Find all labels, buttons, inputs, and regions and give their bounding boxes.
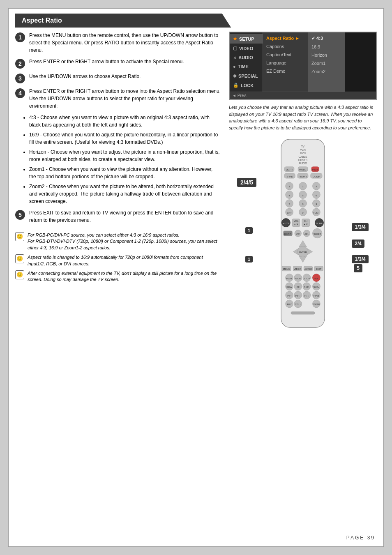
menu-special: ◆ SPECIAL xyxy=(230,71,263,81)
note-3: 🙂 After connecting external equipment to… xyxy=(15,270,221,283)
left-column: 1 Press the MENU button on the remote co… xyxy=(15,32,221,332)
svg-text:S-VID: S-VID xyxy=(286,175,293,178)
svg-text:LIGHT: LIGHT xyxy=(286,168,293,171)
page-number: PAGE 39 xyxy=(346,535,375,541)
menu-val-43: ✓ 4:3 xyxy=(308,34,345,43)
note-2-icon: 🙂 xyxy=(15,254,24,263)
svg-text:MENU: MENU xyxy=(283,268,290,270)
step-2-number: 2 xyxy=(15,59,25,69)
svg-text:SURF: SURF xyxy=(316,222,323,225)
svg-text:ENT: ENT xyxy=(287,212,292,214)
note-1-icon: 🙂 xyxy=(15,232,24,241)
svg-text:SKP-: SKP- xyxy=(304,286,310,288)
svg-text:SLEEP: SLEEP xyxy=(314,233,321,235)
svg-text:6: 6 xyxy=(316,194,317,197)
svg-text:AFL: AFL xyxy=(304,233,309,235)
remote-area: 2/4/5 1 1 1/3/4 2/4 1/3/4 5 TV xyxy=(229,137,377,332)
menu-video: ▢ VIDEO xyxy=(230,44,263,53)
label-134: 1/3/4 xyxy=(352,223,369,231)
menu-ez-demo: EZ Demo xyxy=(263,67,308,75)
menu-val-zoom1: Zoom1 xyxy=(308,59,345,67)
svg-text:CABLE: CABLE xyxy=(298,155,307,158)
svg-text:9: 9 xyxy=(316,203,317,205)
bullet-horizon: Horizon - Choose when you want to adjust… xyxy=(29,148,221,163)
svg-text:PAUS: PAUS xyxy=(295,277,301,280)
menu-setup: ★ SETUP xyxy=(230,34,263,44)
menu-captions: Captions xyxy=(263,42,308,51)
svg-text:FLSH: FLSH xyxy=(313,212,319,214)
menu-lock: 🔒 LOCK xyxy=(230,81,263,90)
step-5: 5 Press EXIT to save and return to TV vi… xyxy=(15,209,221,224)
label-24: 2/4 xyxy=(352,240,364,248)
bullet-list: 4:3 - Choose when you want to view a pic… xyxy=(29,114,221,205)
svg-text:PIP: PIP xyxy=(287,295,291,297)
svg-text:SKP+: SKP+ xyxy=(313,286,320,288)
svg-text:1: 1 xyxy=(288,185,290,188)
menu-screenshot: ★ SETUP ▢ VIDEO ♬ AUDIO ● TIME xyxy=(229,32,377,100)
label-5: 5 xyxy=(354,264,362,272)
page-title: Aspect Ratio xyxy=(15,14,240,28)
svg-text:VCR: VCR xyxy=(300,148,306,151)
step-3: 3 Use the UP/DOWN arrows to choose Aspec… xyxy=(15,73,221,83)
note-3-icon: 🙂 xyxy=(15,270,24,279)
bullet-43: 4:3 - Choose when you want to view a pic… xyxy=(29,114,221,129)
svg-text:8: 8 xyxy=(302,203,303,205)
label-134b: 1/3/4 xyxy=(352,255,369,263)
svg-text:MUTE: MUTE xyxy=(283,222,290,225)
svg-text:SWAP: SWAP xyxy=(313,303,320,306)
svg-text:VIDEO: VIDEO xyxy=(294,268,302,270)
note-1: 🙂 For RGB-PC/DVI-PC source, you can sele… xyxy=(15,232,221,251)
step-3-number: 3 xyxy=(15,74,25,83)
svg-text:PLAY: PLAY xyxy=(286,277,293,280)
svg-text:▲▼: ▲▼ xyxy=(294,223,299,226)
menu-prev: ◄ Prev. xyxy=(230,92,376,99)
right-column: ★ SETUP ▢ VIDEO ♬ AUDIO ● TIME xyxy=(229,32,377,332)
page: Aspect Ratio 1 Press the MENU button on … xyxy=(8,8,384,547)
menu-val-169: 16:9 xyxy=(308,43,345,51)
svg-text:FRZ: FRZ xyxy=(287,303,292,306)
step-1: 1 Press the MENU button on the remote co… xyxy=(15,32,221,54)
menu-val-horizon: Horizon xyxy=(308,51,345,59)
bullet-zoom2: Zoom2 - Choose when you want the picture… xyxy=(29,183,221,205)
note-2: 🙂 Aspect ratio is changed to 16:9 automa… xyxy=(15,254,221,267)
label-245: 2/4/5 xyxy=(237,178,256,187)
bullet-zoom1: Zoom1 - Choose when you want to view the… xyxy=(29,166,221,180)
svg-text:PPsz: PPsz xyxy=(314,295,319,297)
svg-text:DVD: DVD xyxy=(300,152,306,154)
bullet-169: 16:9 - Choose when you want to adjust th… xyxy=(29,131,221,146)
svg-text:REW: REW xyxy=(286,286,292,288)
label-1b: 1 xyxy=(245,256,253,263)
label-1a: 1 xyxy=(245,227,253,234)
svg-text:FF: FF xyxy=(297,286,300,288)
svg-text:AUDIO: AUDIO xyxy=(299,162,307,165)
svg-text:CC: CC xyxy=(296,233,300,235)
note-1-text: For RGB-PC/DVI-PC source, you can select… xyxy=(28,232,221,251)
step-1-number: 1 xyxy=(15,32,25,42)
svg-text:STILL: STILL xyxy=(295,303,301,306)
svg-text:STOP: STOP xyxy=(303,277,310,280)
svg-text:MODE: MODE xyxy=(299,168,307,171)
step-4: 4 Press ENTER or the RIGHT arrow button … xyxy=(15,88,221,110)
menu-caption-text: Caption/Text xyxy=(263,51,308,59)
svg-text:RATIO: RATIO xyxy=(284,233,292,235)
step-5-number: 5 xyxy=(15,210,25,220)
menu-col2: Aspect Ratio ► Captions Caption/Text Lan… xyxy=(263,32,308,92)
step-4-text: Press ENTER or the RIGHT arrow button to… xyxy=(29,88,221,110)
menu-col3: ✓ 4:3 16:9 Horizon Zoom1 Zoom2 xyxy=(308,32,345,92)
description-text: Lets you choose the way that an analog p… xyxy=(229,104,377,131)
svg-text:HDSTB: HDSTB xyxy=(298,159,307,161)
svg-text:PWR: PWR xyxy=(312,168,318,171)
menu-col1: ★ SETUP ▢ VIDEO ♬ AUDIO ● TIME xyxy=(230,32,263,92)
svg-text:REC: REC xyxy=(314,277,319,280)
svg-text:COMP: COMP xyxy=(313,175,320,178)
svg-text:P++: P++ xyxy=(304,295,309,297)
menu-val-zoom2: Zoom2 xyxy=(308,67,345,76)
svg-text:3: 3 xyxy=(316,185,317,188)
svg-text:ENTER: ENTER xyxy=(299,251,307,253)
remote-svg: TV VCR DVD CABLE HDSTB AUDIO LIGHT MODE … xyxy=(262,137,344,330)
svg-text:AUDIO: AUDIO xyxy=(304,268,312,270)
svg-text:TV: TV xyxy=(301,145,305,148)
svg-text:EXIT: EXIT xyxy=(316,268,321,270)
svg-rect-105 xyxy=(291,311,315,314)
svg-text:VOL: VOL xyxy=(294,220,299,222)
